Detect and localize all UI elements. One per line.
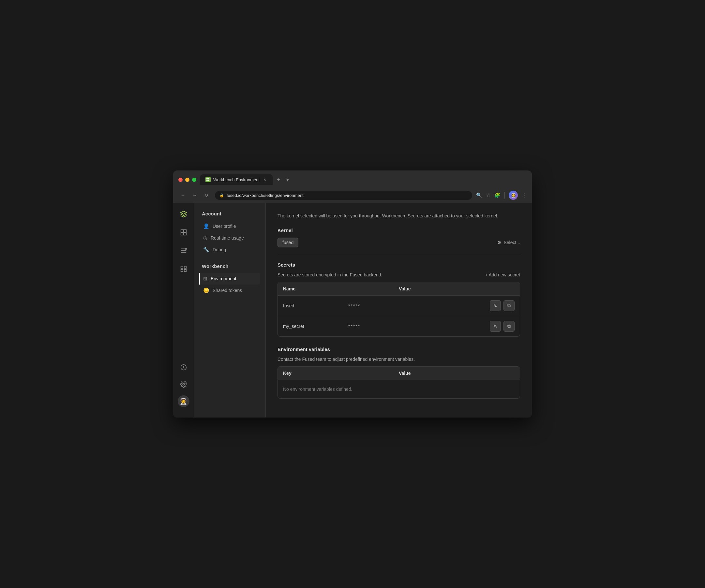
svg-rect-5 (184, 230, 186, 232)
secrets-table: Name Value fused ***** ✎ ⧉ my_secret ***… (278, 282, 520, 337)
sidebar-nav-layers[interactable] (178, 227, 189, 238)
sidebar-nav-files[interactable] (178, 245, 189, 256)
nav-buttons: ← → ↻ (178, 191, 211, 200)
tabs-dropdown-button[interactable]: ▾ (283, 175, 292, 184)
edit-secret-mysecret-button[interactable]: ✎ (490, 321, 501, 332)
row-actions-fused: ✎ ⧉ (490, 300, 515, 311)
debug-icon: 🔧 (203, 247, 209, 253)
new-tab-button[interactable]: + (274, 175, 283, 184)
table-row: fused ***** ✎ ⧉ (278, 296, 520, 316)
tabs-bar: Workbench Environment ✕ + ▾ (200, 175, 292, 185)
copy-secret-mysecret-button[interactable]: ⧉ (504, 321, 515, 332)
secrets-table-header: Name Value (278, 282, 520, 296)
secrets-section-title: Secrets (278, 262, 295, 267)
svg-rect-12 (184, 270, 186, 272)
url-text: fused.io/workbench/settings/environment (227, 193, 303, 198)
svg-rect-1 (208, 178, 209, 179)
back-button[interactable]: ← (178, 191, 188, 200)
svg-point-8 (185, 248, 187, 250)
forward-button[interactable]: → (190, 191, 199, 200)
content-area: The kernel selected will be used for you… (266, 203, 532, 417)
reload-button[interactable]: ↻ (202, 191, 211, 200)
toolbar-separator (505, 192, 505, 198)
address-input[interactable]: 🔒 fused.io/workbench/settings/environmen… (215, 191, 472, 200)
env-no-data-row: No environment variables defined. (278, 380, 520, 398)
select-gear-icon: ⚙ (497, 240, 502, 245)
nav-item-real-time-usage[interactable]: ◷ Real-time usage (199, 232, 260, 244)
content-inner: The kernel selected will be used for you… (266, 203, 532, 417)
kernel-badge: fused (278, 238, 298, 247)
nav-item-user-profile[interactable]: 👤 User profile (199, 220, 260, 232)
secret-name-my-secret: my_secret (283, 324, 348, 329)
environment-icon: ⊞ (203, 276, 207, 282)
kernel-row: fused ⚙ Select... (278, 238, 520, 254)
secret-value-fused: ***** (348, 303, 490, 308)
nav-item-environment-label: Environment (210, 276, 236, 281)
svg-rect-2 (206, 180, 208, 181)
env-col-key: Key (283, 371, 399, 376)
title-bar: Workbench Environment ✕ + ▾ (173, 170, 532, 188)
nav-item-debug[interactable]: 🔧 Debug (199, 244, 260, 255)
sidebar-icon-rail: 🧑‍🚀 (173, 203, 194, 417)
bookmark-icon[interactable]: ☆ (486, 192, 490, 198)
svg-rect-3 (208, 180, 209, 181)
workbench-section-title: Workbench (199, 263, 260, 269)
account-section-title: Account (199, 211, 260, 216)
maximize-button[interactable] (192, 178, 196, 182)
env-vars-section-title: Environment variables (278, 346, 520, 352)
copy-secret-fused-button[interactable]: ⧉ (504, 300, 515, 311)
real-time-usage-icon: ◷ (203, 235, 207, 241)
svg-rect-7 (184, 233, 186, 235)
secrets-header: Secrets (278, 262, 520, 267)
sidebar-nav-cube[interactable] (178, 208, 189, 220)
page-description: The kernel selected will be used for you… (278, 212, 520, 219)
svg-rect-11 (181, 270, 183, 272)
nav-item-shared-tokens-label: Shared tokens (213, 288, 242, 293)
sidebar-bottom-icons: 🧑‍🚀 (178, 361, 189, 412)
svg-rect-9 (181, 266, 183, 268)
select-kernel-button[interactable]: ⚙ Select... (497, 240, 520, 245)
close-button[interactable] (178, 178, 183, 182)
env-col-value: Value (399, 371, 515, 376)
zoom-icon[interactable]: 🔍 (476, 192, 482, 198)
secret-name-fused: fused (283, 303, 348, 308)
sidebar-avatar-icon[interactable]: 🧑‍🚀 (178, 395, 189, 407)
toolbar-icons: 🔍 ☆ 🧩 🧑‍🚀 ⋮ (476, 191, 527, 200)
active-tab[interactable]: Workbench Environment ✕ (200, 175, 273, 185)
sidebar-settings-icon[interactable] (178, 379, 189, 390)
secrets-col-value: Value (399, 286, 515, 291)
profile-avatar[interactable]: 🧑‍🚀 (509, 191, 518, 200)
extension-icon[interactable]: 🧩 (495, 192, 501, 198)
nav-panel: Account 👤 User profile ◷ Real-time usage… (194, 203, 266, 417)
workbench-section: Workbench ⊞ Environment 🪙 Shared tokens (199, 263, 260, 296)
row-actions-my-secret: ✎ ⧉ (490, 321, 515, 332)
svg-rect-0 (206, 178, 208, 179)
add-secret-button[interactable]: + Add new secret (485, 272, 520, 277)
secret-value-my-secret: ***** (348, 324, 490, 329)
table-row: my_secret ***** ✎ ⧉ (278, 316, 520, 336)
svg-rect-4 (181, 230, 183, 232)
nav-item-environment[interactable]: ⊞ Environment (199, 273, 260, 285)
select-btn-label: Select... (504, 240, 520, 245)
security-icon: 🔒 (220, 193, 224, 198)
svg-rect-6 (181, 233, 183, 235)
address-bar: ← → ↻ 🔒 fused.io/workbench/settings/envi… (173, 188, 532, 203)
env-vars-table-header: Key Value (278, 367, 520, 380)
sidebar-nav-grid[interactable] (178, 263, 189, 275)
secrets-description: Secrets are stored encrypted in the Fuse… (278, 272, 382, 277)
nav-item-user-profile-label: User profile (213, 224, 236, 229)
nav-item-debug-label: Debug (213, 247, 226, 252)
svg-point-14 (183, 383, 185, 385)
tab-favicon (205, 177, 210, 182)
nav-item-shared-tokens[interactable]: 🪙 Shared tokens (199, 285, 260, 296)
edit-secret-fused-button[interactable]: ✎ (490, 300, 501, 311)
minimize-button[interactable] (185, 178, 189, 182)
shared-tokens-icon: 🪙 (203, 288, 209, 293)
env-vars-description: Contact the Fused team to adjust predefi… (278, 356, 520, 362)
nav-item-real-time-usage-label: Real-time usage (210, 235, 244, 241)
tab-close-button[interactable]: ✕ (262, 177, 267, 182)
menu-icon[interactable]: ⋮ (522, 192, 527, 198)
sidebar-history-icon[interactable] (178, 361, 189, 373)
tab-title: Workbench Environment (213, 177, 260, 182)
env-vars-table: Key Value No environment variables defin… (278, 366, 520, 399)
